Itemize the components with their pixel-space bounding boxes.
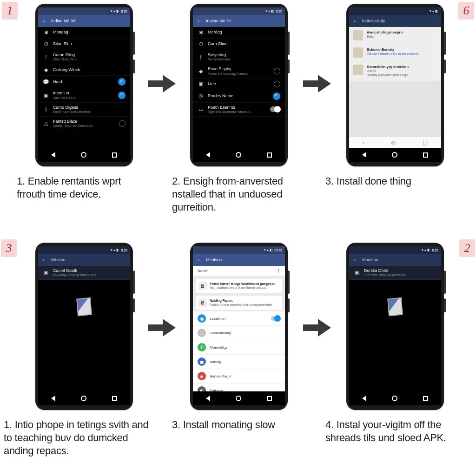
nav-back-icon[interactable] — [206, 396, 210, 401]
appbar-title: Maetsan — [362, 258, 378, 262]
row-title: Mondag — [53, 30, 126, 35]
row-icon: △ — [43, 120, 49, 127]
list-item[interactable]: ⏱ Sitan Skin — [38, 39, 130, 50]
share-icon[interactable]: ⇪ — [277, 268, 280, 273]
bottom-nav: ‹ ◎ ▢ — [349, 137, 441, 148]
back-icon[interactable]: ← — [42, 257, 47, 263]
list-item[interactable]: ᚠ Carun Pilng Citan'! Botar Fbris — [38, 50, 130, 64]
list-item[interactable]: ◆ Gnilang Wieck. — [38, 64, 130, 76]
nav-back-icon[interactable] — [362, 396, 366, 401]
file-row[interactable]: ▣ Caulet DoatkMy Asorg Gendnag tamur Col… — [38, 266, 130, 280]
power-button — [133, 298, 135, 312]
nav-back-chevron-icon[interactable]: ‹ — [363, 139, 364, 146]
nav-recent-icon[interactable] — [423, 152, 428, 158]
list-item[interactable]: ▣ Ltne — [193, 79, 285, 90]
power-button — [133, 60, 135, 73]
list-item[interactable]: ◆ Enue Sispby Fonrak a Andonsung Conens. — [193, 64, 285, 78]
nav-target-icon[interactable]: ◎ — [391, 139, 396, 146]
list-item[interactable]: 💬 Hard — [38, 76, 130, 88]
overflow-icon[interactable]: ⋮ — [433, 19, 437, 24]
nav-home-icon[interactable] — [81, 152, 86, 158]
option-label: Aennanflagid — [210, 374, 231, 378]
list-item[interactable]: ᚱ Camo Digess Arioler, Sanhaust Laesitin… — [38, 103, 130, 117]
checkbox-icon[interactable] — [118, 92, 126, 99]
nav-recent-icon[interactable] — [423, 396, 428, 401]
row-icon: ◆ — [198, 68, 204, 74]
list-item[interactable]: ✱ Mondag — [38, 27, 130, 39]
list-item[interactable]: ◎ Pordes Nome — [193, 90, 285, 103]
back-icon[interactable]: ← — [197, 18, 202, 24]
notification-link[interactable]: Inoand — [367, 69, 376, 73]
option-toggle[interactable] — [271, 316, 280, 321]
android-navbar — [38, 391, 130, 405]
app-thumbnail — [370, 288, 421, 325]
nav-recent-icon[interactable] — [267, 396, 272, 401]
nav-back-icon[interactable] — [51, 396, 55, 401]
nav-home-icon[interactable] — [392, 396, 397, 401]
caption-step3: 3.Install done thing — [325, 175, 451, 188]
option-row[interactable]: ◼ Bublirg — [193, 355, 285, 369]
checkbox-icon[interactable] — [118, 78, 126, 86]
caption-step5: 3.Install monating slow — [172, 418, 311, 431]
nav-recent-icon[interactable] — [267, 152, 272, 158]
option-label: Ealisary — [210, 389, 223, 391]
back-icon[interactable]: ← — [353, 257, 358, 263]
radio-icon[interactable] — [274, 68, 280, 74]
option-icon: ◼ — [198, 357, 206, 366]
phone-step4: ▾ ▴ ◧ 0:35 ← Weaton ▣ Caulet DoatkMy Aso… — [35, 243, 133, 410]
option-row[interactable]: ✆ Mtamiellgs — [193, 340, 285, 355]
phone-step6: ▾ ▴ ◧ 0:35 ← Maetsan ▣ Dorslia ObtirtFhe… — [346, 243, 444, 410]
radio-icon[interactable] — [119, 120, 126, 127]
checkbox-icon[interactable] — [273, 93, 280, 100]
power-button — [444, 60, 446, 73]
notification-item[interactable]: Korordlitiln yey orrention Inoand Deanny… — [349, 61, 441, 81]
notification-icon — [353, 47, 363, 58]
list-item[interactable]: ▣ Intertilun Cnor / Roout End — [38, 88, 130, 102]
tab-label[interactable]: Noree — [198, 269, 208, 273]
row-subtitle: Canfest, Entor tun Enatomrac — [53, 124, 115, 128]
back-icon[interactable]: ← — [197, 257, 202, 263]
notification-item[interactable]: Scbumd Bontely Oteusip fishasten ears ae… — [349, 44, 441, 61]
notification-link[interactable]: Eadsn — [367, 35, 375, 38]
option-row[interactable]: ◈ Aennanflagid — [193, 369, 285, 383]
file-icon: ▣ — [43, 270, 49, 276]
options-list: 🗎 Pofrol loteter tshiga Wußittboed pange… — [193, 276, 285, 391]
list-item[interactable]: ▭ Poath Esennts Rigyttinns Naseamar: run… — [193, 103, 285, 117]
list-item[interactable]: ✱ Mordαg — [193, 27, 285, 39]
row-title: Intertilun — [53, 91, 114, 96]
nav-home-icon[interactable] — [236, 152, 241, 158]
toggle-switch[interactable] — [270, 106, 280, 112]
appbar-title: Indian Mé AK — [51, 19, 76, 23]
notification-link[interactable]: Oteusip fishasten ears ae tim enreterd. — [367, 52, 419, 55]
back-icon[interactable]: ← — [42, 18, 47, 24]
file-row[interactable]: ▣ Dorslia ObtirtFhef fenct, orstbuply at… — [349, 266, 441, 280]
option-icon: ✆ — [198, 343, 206, 351]
list-item[interactable]: ⏱ Corn Sfion — [193, 39, 285, 50]
card-subtitle: Foatdn booker cuenempis tie sutenperoenm… — [210, 303, 272, 306]
nav-home-icon[interactable] — [236, 396, 241, 401]
nav-home-icon[interactable] — [392, 152, 397, 158]
caption-step4: 1.Intio phope in tetings svith and to te… — [4, 418, 152, 457]
option-row[interactable]: ◐ Ealisary — [193, 383, 285, 391]
arrow-icon — [303, 72, 331, 95]
statusbar-time: C175 — [274, 249, 282, 252]
radio-icon[interactable] — [274, 81, 280, 87]
card-icon: 🗎 — [198, 298, 207, 307]
app-bar: ← Weaton — [38, 254, 130, 266]
nav-back-icon[interactable] — [51, 152, 55, 158]
nav-back-icon[interactable] — [206, 152, 210, 158]
nav-recent-icon[interactable] — [112, 152, 117, 158]
option-row[interactable]: ◉ Locaftilon — [193, 311, 285, 326]
back-icon[interactable]: ← — [353, 18, 358, 24]
nav-home-icon[interactable] — [81, 396, 86, 401]
nav-recent-icon[interactable] — [112, 396, 117, 401]
list-item[interactable]: △ Fantstt Blace Canfest, Entor tun Enato… — [38, 117, 130, 131]
status-bar: ▾ ▴ ◧ 0:35 — [38, 246, 130, 254]
appbar-title: Weaton — [51, 258, 66, 262]
notification-item[interactable]: Aang shollegemreprle Eadsn — [349, 27, 441, 44]
option-row[interactable]: ◌ Soclotanding — [193, 326, 285, 340]
list-item[interactable]: ᚠ Sreyntirrg Pen Anhrirenrant — [193, 50, 285, 64]
nav-square-icon[interactable]: ▢ — [423, 139, 428, 146]
nav-back-icon[interactable] — [362, 152, 366, 158]
option-label: Mtamiellgs — [210, 345, 227, 350]
